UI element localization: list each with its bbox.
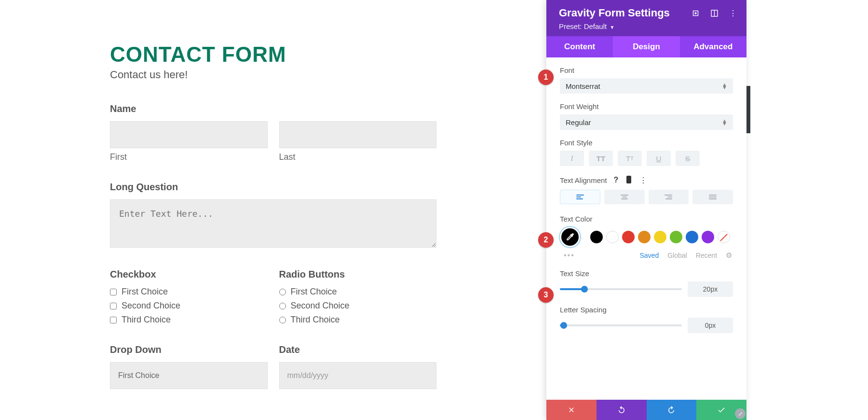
panel-footer [546,400,746,420]
help-icon[interactable]: ? [614,176,619,185]
color-swatch-green[interactable] [670,231,682,243]
checkbox-input[interactable] [110,303,117,309]
font-label: Font [560,66,733,74]
radio-choice[interactable]: Third Choice [279,315,437,325]
date-label: Date [279,344,437,355]
text-size-slider[interactable] [560,288,682,290]
dropdown-select[interactable]: First Choice [110,362,268,389]
settings-panel: Gravity Form Settings ⋮ Preset: Default … [546,0,746,420]
italic-button[interactable]: I [560,151,584,166]
radio-input[interactable] [279,317,286,323]
font-style-label: Font Style [560,139,733,147]
align-justify-button[interactable] [692,190,733,204]
text-color-label: Text Color [560,215,733,223]
tab-design[interactable]: Design [613,36,679,57]
recent-tab[interactable]: Recent [696,252,717,259]
checkbox-input[interactable] [110,289,117,295]
color-swatch-purple[interactable] [702,231,714,243]
preset-dropdown[interactable]: Preset: Default ▼ [559,22,737,30]
form-subtitle: Contact us here! [110,69,436,81]
form-preview-canvas: CONTACT FORM Contact us here! Name First… [0,0,546,420]
uppercase-button[interactable]: TT [589,151,613,166]
kebab-icon[interactable]: ⋮ [639,176,647,185]
panel-header: Gravity Form Settings ⋮ Preset: Default … [546,0,746,36]
long-question-label: Long Question [110,182,436,193]
tab-content[interactable]: Content [546,36,613,57]
letter-spacing-value[interactable]: 0px [688,318,733,333]
saved-tab[interactable]: Saved [639,252,659,259]
floating-action-icon[interactable]: ⤢ [735,408,746,419]
color-swatch-white[interactable] [606,231,619,243]
checkbox-choice[interactable]: Third Choice [110,315,268,325]
dropdown-label: Drop Down [110,344,268,355]
text-size-label: Text Size [560,269,733,278]
underline-button[interactable]: U [647,151,671,166]
align-left-button[interactable] [560,190,600,204]
last-sublabel: Last [279,152,437,162]
color-picker-button[interactable] [560,227,580,247]
undo-button[interactable] [597,400,647,420]
panel-body: Font Montserrat▲▼ Font Weight Regular▲▼ … [546,57,746,400]
color-swatch-blue[interactable] [686,231,698,243]
annotation-badge-2: 2 [538,232,554,248]
color-swatch-yellow[interactable] [654,231,666,243]
checkbox-input[interactable] [110,317,117,323]
radio-label: Radio Buttons [279,269,437,280]
form-title: CONTACT FORM [110,42,436,67]
global-tab[interactable]: Global [667,252,687,259]
last-name-input[interactable] [279,121,437,148]
radio-choice[interactable]: First Choice [279,287,437,297]
checkbox-choice[interactable]: First Choice [110,287,268,297]
radio-input[interactable] [279,303,286,309]
color-swatch-orange[interactable] [638,231,651,243]
long-question-textarea[interactable] [110,199,436,248]
font-select[interactable]: Montserrat▲▼ [560,78,733,94]
font-weight-label: Font Weight [560,102,733,111]
align-right-button[interactable] [649,190,689,204]
cancel-button[interactable] [546,400,597,420]
font-weight-select[interactable]: Regular▲▼ [560,114,733,130]
color-swatch-red[interactable] [622,231,635,243]
eyedropper-icon [565,232,575,242]
name-label: Name [110,103,436,114]
tab-advanced[interactable]: Advanced [680,36,746,57]
check-icon [717,406,726,414]
color-swatch-black[interactable] [590,231,603,243]
annotation-badge-3: 3 [538,287,554,303]
radio-input[interactable] [279,289,286,295]
gear-icon[interactable]: ⚙ [726,251,732,260]
close-icon [568,406,575,414]
redo-icon [667,406,676,414]
kebab-menu-icon[interactable]: ⋮ [729,9,737,18]
checkbox-label: Checkbox [110,269,268,280]
svg-rect-4 [626,176,631,183]
undo-icon [617,406,626,414]
color-swatch-none[interactable] [718,231,730,243]
svg-point-1 [695,13,696,14]
strikethrough-button[interactable]: S [676,151,700,166]
panel-tabs: Content Design Advanced [546,36,746,57]
scrollbar-thumb[interactable] [746,86,750,133]
panel-title: Gravity Form Settings [559,7,670,19]
device-icon[interactable] [626,176,632,185]
text-align-label: Text Alignment [560,176,607,184]
first-sublabel: First [110,152,268,162]
first-name-input[interactable] [110,121,268,148]
smallcaps-button[interactable]: TT [618,151,642,166]
text-size-value[interactable]: 20px [688,281,733,297]
letter-spacing-label: Letter Spacing [560,306,733,314]
align-center-button[interactable] [604,190,645,204]
radio-choice[interactable]: Second Choice [279,301,437,311]
checkbox-choice[interactable]: Second Choice [110,301,268,311]
layout-icon[interactable] [710,9,719,17]
redo-button[interactable] [647,400,697,420]
letter-spacing-slider[interactable] [560,324,682,326]
more-dots-icon[interactable]: ••• [564,251,575,260]
expand-icon[interactable] [692,9,700,17]
annotation-badge-1: 1 [538,70,554,85]
date-input[interactable]: mm/dd/yyyy [279,362,437,389]
